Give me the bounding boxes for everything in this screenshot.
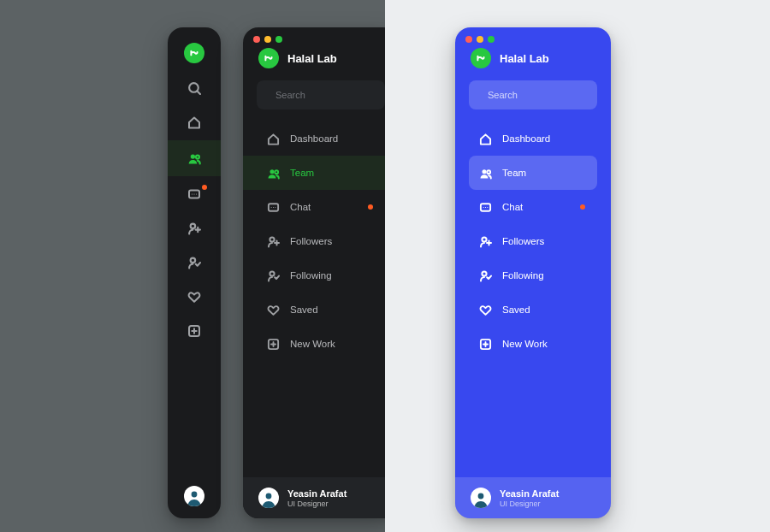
user-name: Yeasin Arafat [500,488,559,499]
nav-label: Team [502,168,526,178]
brand[interactable]: Halal Lab [243,43,399,80]
nav-label: Team [290,168,314,178]
nav-label: Dashboard [290,133,338,144]
search-field[interactable] [469,80,597,109]
search-input[interactable] [488,90,606,100]
nav-item-following[interactable] [178,246,210,279]
nav-label: Following [290,270,332,281]
nav-item-dashboard[interactable]: Dashboard [257,121,385,156]
user-name: Yeasin Arafat [287,488,346,499]
minimize-icon[interactable] [477,36,483,43]
close-icon[interactable] [253,36,260,43]
nav-item-saved[interactable]: Saved [469,293,597,327]
brand-name: Halal Lab [500,52,549,65]
nav-item-dashboard[interactable] [178,106,210,139]
nav-item-team[interactable]: Team [469,156,597,190]
search-icon [187,81,201,95]
zoom-icon[interactable] [488,36,495,43]
plus-square-icon [187,324,201,338]
nav-label: New Work [502,339,548,349]
minimize-icon[interactable] [264,36,271,43]
following-icon [267,269,280,282]
followers-icon [267,235,280,248]
followers-icon [479,235,492,248]
chat-icon [187,187,201,201]
traffic-lights [455,27,611,43]
nav-item-chat[interactable]: Chat [257,190,385,224]
search-button[interactable] [178,72,210,104]
heart-icon [187,290,201,304]
brand-logo-icon[interactable] [184,43,204,63]
following-icon [479,269,492,282]
user-role: UI Designer [287,499,346,508]
brand-logo-icon [471,48,491,68]
nav-item-team[interactable] [168,140,221,176]
followers-icon [187,222,201,235]
user-footer[interactable]: Yeasin Arafat UI Designer [243,477,399,518]
nav-list-collapsed [168,72,221,347]
sidebar-blue: Halal Lab Dashboard Team Chat Followers … [455,27,611,518]
following-icon [187,256,201,269]
heart-icon [479,304,492,316]
nav-item-newwork[interactable] [178,315,210,347]
nav-item-saved[interactable] [178,281,210,313]
sidebar-collapsed [168,27,221,518]
user-footer[interactable]: Yeasin Arafat UI Designer [455,477,611,518]
chat-icon [267,201,280,214]
nav-item-dashboard[interactable]: Dashboard [469,121,597,156]
brand-name: Halal Lab [287,52,337,65]
team-icon [187,151,201,165]
heart-icon [267,304,280,316]
nav-item-newwork[interactable]: New Work [469,327,597,361]
notification-badge [368,204,373,210]
nav-label: Following [502,270,544,281]
avatar [471,488,491,508]
brand[interactable]: Halal Lab [455,43,611,80]
nav-list: Dashboard Team Chat Followers Following … [455,118,611,477]
avatar [184,486,204,506]
nav-item-chat[interactable]: Chat [469,190,597,224]
nav-label: Saved [502,304,530,315]
nav-item-following[interactable]: Following [469,258,597,293]
nav-label: Dashboard [502,133,550,144]
nav-label: Saved [290,304,318,315]
chat-icon [479,201,492,214]
close-icon[interactable] [465,36,472,43]
user-role: UI Designer [500,499,559,508]
home-icon [267,133,280,145]
search-field[interactable] [257,80,385,109]
search-input[interactable] [275,90,394,100]
nav-label: Chat [290,202,311,212]
nav-label: Followers [290,236,332,246]
nav-item-followers[interactable]: Followers [469,224,597,258]
nav-item-followers[interactable] [178,212,210,245]
avatar [258,488,279,508]
nav-label: New Work [290,339,335,349]
nav-item-team[interactable]: Team [243,156,399,190]
notification-badge [202,185,207,190]
sidebar-dark: Halal Lab Dashboard Team Chat Followers … [243,27,399,518]
team-icon [267,167,280,180]
nav-label: Chat [502,202,523,212]
home-icon [479,133,492,145]
plus-square-icon [479,338,492,351]
nav-item-following[interactable]: Following [257,258,385,293]
nav-item-followers[interactable]: Followers [257,224,385,258]
zoom-icon[interactable] [275,36,282,43]
plus-square-icon [267,338,280,351]
traffic-lights [243,27,399,43]
nav-label: Followers [502,236,544,246]
user-footer[interactable] [184,474,204,518]
nav-item-newwork[interactable]: New Work [257,327,385,361]
brand-logo-icon [258,48,279,68]
notification-badge [580,204,585,210]
nav-list: Dashboard Team Chat Followers Following … [243,118,399,477]
home-icon [187,115,201,129]
nav-item-saved[interactable]: Saved [257,293,385,327]
nav-item-chat[interactable] [178,178,210,210]
team-icon [479,167,492,180]
